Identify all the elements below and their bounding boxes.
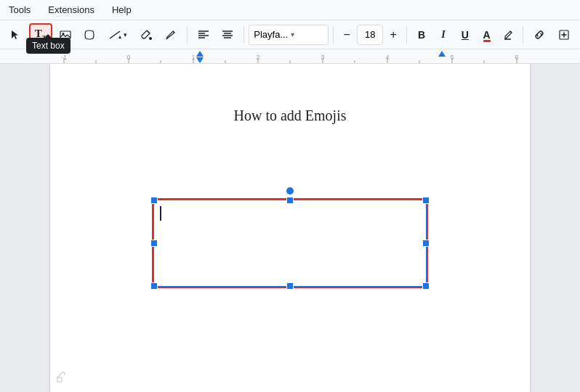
svg-rect-42 (57, 377, 62, 382)
tooltip-label: Text box (32, 41, 65, 51)
line-icon (108, 30, 123, 40)
svg-marker-39 (196, 51, 204, 57)
font-size-area: − + (338, 25, 402, 45)
text-color-button[interactable]: A (477, 25, 497, 45)
menu-extensions[interactable]: Extensions (45, 3, 97, 17)
textbox-outer-border (152, 198, 428, 288)
align-icon (222, 30, 233, 40)
ruler-svg: -1 0 1 2 3 4 5 6 (0, 49, 580, 64)
shapes-icon (84, 29, 95, 41)
handle-bottom-right[interactable] (422, 282, 430, 290)
separator-2 (243, 26, 244, 44)
document-area: How to add Emojis (0, 64, 580, 392)
align-left-button[interactable] (192, 23, 215, 46)
font-dropdown-arrow: ▾ (291, 30, 294, 38)
select-tool-button[interactable] (4, 23, 28, 46)
menu-tools[interactable]: Tools (6, 3, 33, 17)
font-name-label: Playfа... (254, 29, 288, 40)
highlight-button[interactable] (499, 25, 519, 45)
top-center-handle[interactable] (286, 187, 294, 195)
font-selector[interactable]: Playfа... ▾ (249, 25, 329, 45)
svg-line-43 (57, 372, 63, 377)
increase-font-size-button[interactable]: + (384, 25, 402, 45)
italic-button[interactable]: I (433, 25, 454, 45)
underline-label: U (462, 29, 469, 41)
menu-help[interactable]: Help (109, 3, 134, 17)
link-icon (533, 29, 545, 41)
select-icon (10, 29, 22, 41)
handle-top-left[interactable] (150, 197, 158, 204)
italic-label: I (441, 29, 445, 41)
handle-bottom-left[interactable] (150, 282, 158, 290)
shapes-tool-button[interactable] (78, 23, 101, 46)
line-dropdown-arrow: ▾ (124, 31, 127, 38)
text-cursor (160, 206, 161, 221)
handle-top-right[interactable] (422, 197, 430, 204)
separator-5 (523, 26, 523, 44)
increase-size-label: + (390, 28, 397, 41)
menu-bar: Tools Extensions Help (0, 0, 580, 20)
align-button[interactable] (216, 23, 239, 46)
link-button[interactable] (528, 23, 551, 46)
title-text: How to add Emojis (234, 107, 347, 123)
handle-top-middle[interactable] (286, 197, 294, 204)
insert-icon (558, 29, 570, 41)
separator-1 (187, 26, 188, 44)
insert-button[interactable] (552, 23, 576, 46)
svg-point-3 (149, 37, 152, 40)
bold-label: B (418, 29, 425, 41)
tooltip-textbox: Text box (26, 38, 71, 54)
align-left-icon (198, 30, 209, 40)
paintbucket-icon (140, 29, 152, 41)
svg-line-2 (110, 31, 120, 38)
resize-icon (56, 369, 71, 386)
pen-tool-button[interactable] (159, 23, 182, 46)
handle-middle-left[interactable] (150, 240, 158, 247)
separator-3 (333, 26, 334, 44)
line-tool-button[interactable]: ▾ (102, 23, 133, 46)
svg-marker-41 (438, 51, 446, 57)
handle-bottom-middle[interactable] (286, 282, 294, 290)
handle-middle-right[interactable] (422, 240, 430, 247)
underline-button[interactable]: U (455, 25, 475, 45)
pen-icon (165, 29, 177, 41)
separator-4 (406, 26, 407, 44)
textbox-container (152, 198, 428, 288)
font-size-input[interactable] (357, 25, 383, 45)
document-title: How to add Emojis (50, 107, 530, 124)
text-color-icon: A (483, 29, 491, 41)
decrease-size-label: − (344, 28, 350, 41)
paintbucket-tool-button[interactable] (134, 23, 158, 46)
ruler: -1 0 1 2 3 4 5 6 (0, 49, 580, 64)
svg-rect-0 (60, 31, 71, 38)
decrease-font-size-button[interactable]: − (338, 25, 355, 45)
bold-button[interactable]: B (411, 25, 432, 45)
highlight-icon (502, 29, 514, 41)
toolbar: TT Text box ▾ (0, 20, 580, 49)
page: How to add Emojis (50, 64, 530, 392)
svg-marker-40 (196, 57, 204, 63)
textbox[interactable] (153, 200, 427, 287)
